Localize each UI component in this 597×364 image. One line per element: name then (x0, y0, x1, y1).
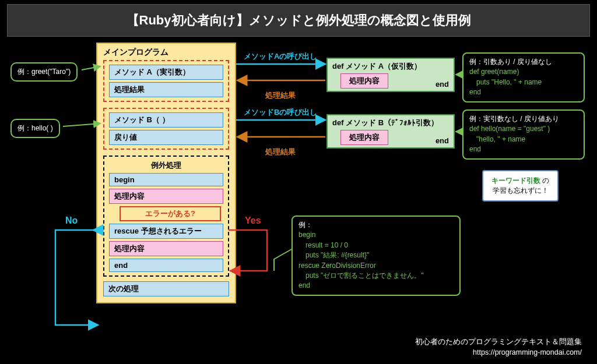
label-yes: Yes (245, 215, 261, 226)
rescue-line: rescue 予想されるエラー (109, 224, 223, 239)
method-a-result: 処理結果 (109, 82, 223, 97)
exception-block: 例外処理 begin 処理内容 エラーがある? rescue 予想されるエラー … (103, 156, 229, 277)
label-call-a: メソッドAの呼び出し (244, 51, 317, 62)
footer-l1: 初心者のためのプログラミングテキスト＆問題集 (415, 337, 582, 348)
exception-title: 例外処理 (109, 160, 223, 171)
callout-a-head: 例：引数あり / 戻り値なし (469, 57, 578, 67)
example-hello-bubble: 例：hello( ) (10, 119, 60, 138)
method-a-end: end (436, 80, 449, 89)
method-b-result: 戻り値 (109, 130, 223, 145)
callout-b-head: 例：実引数なし / 戻り値あり (469, 114, 578, 124)
main-program-block: メインプログラム メソッド A（実引数） 処理結果 メソッド B（ ） 戻り値 … (96, 43, 236, 303)
keyword-arg-l2: 学習も忘れずに！ (493, 186, 549, 195)
label-no: No (65, 215, 78, 226)
callout-rescue-l2: result = 10 / 0 (298, 241, 454, 250)
callout-b-l1: def hello(name = "guest" ) (469, 124, 578, 134)
callout-rescue-l4: rescue ZeroDivisionError (298, 261, 454, 271)
callout-rescue-l3: puts "結果: #{result}" (298, 250, 454, 260)
callout-b-l3: end (469, 144, 578, 154)
keyword-arg-kw: キーワード引数 (491, 176, 540, 185)
method-a-body: 処理内容 (340, 73, 388, 89)
method-b-end: end (436, 136, 449, 145)
callout-method-a: 例：引数あり / 戻り値なし def greet(name) puts "Hel… (462, 52, 585, 103)
callout-rescue-l6: end (298, 281, 454, 291)
keyword-arg-note: キーワード引数 の 学習も忘れずに！ (482, 170, 559, 202)
exception-begin: begin (109, 173, 223, 186)
main-program-title: メインプログラム (103, 47, 229, 58)
callout-method-b: 例：実引数なし / 戻り値あり def hello(name = "guest"… (462, 109, 585, 160)
callout-rescue: 例： begin result = 10 / 0 puts "結果: #{res… (292, 215, 461, 296)
method-b-signature: def メソッド B（ﾃﾞﾌｫﾙﾄ引数） (332, 118, 449, 128)
page-title: 【Ruby初心者向け】メソッドと例外処理の概念図と使用例 (7, 4, 590, 37)
footer-l2: https://programming-mondai.com/ (415, 347, 582, 358)
method-b-call-group: メソッド B（ ） 戻り値 (103, 108, 229, 150)
example-greet-bubble: 例：greet("Taro") (10, 62, 78, 82)
callout-a-l1: def greet(name) (469, 67, 578, 77)
callout-rescue-l5: puts "ゼロで割ることはできません。" (298, 271, 454, 281)
next-step: 次の処理 (103, 281, 229, 296)
exception-end: end (109, 259, 223, 272)
label-result-a: 処理結果 (265, 90, 296, 101)
method-b-definition: def メソッド B（ﾃﾞﾌｫﾙﾄ引数） 処理内容 end (326, 114, 455, 149)
callout-a-l2: puts "Hello, " + name (469, 77, 578, 87)
method-a-definition: def メソッド A（仮引数） 処理内容 end (326, 58, 455, 92)
callout-b-l2: "hello, " + name (469, 135, 578, 144)
method-b-call: メソッド B（ ） (109, 112, 223, 128)
callout-rescue-l1: begin (298, 230, 454, 240)
method-a-call: メソッド A（実引数） (109, 65, 223, 80)
callout-rescue-head: 例： (298, 220, 454, 230)
svg-line-1 (63, 123, 100, 126)
label-call-b: メソッドBの呼び出し (244, 107, 317, 118)
exception-body: 処理内容 (109, 189, 223, 204)
method-a-signature: def メソッド A（仮引数） (332, 61, 449, 72)
label-result-b: 処理結果 (265, 147, 296, 157)
method-a-call-group: メソッド A（実引数） 処理結果 (103, 60, 229, 102)
error-question: エラーがある? (120, 206, 221, 221)
rescue-body: 処理内容 (109, 241, 223, 256)
callout-a-l3: end (469, 87, 578, 97)
footer: 初心者のためのプログラミングテキスト＆問題集 https://programmi… (415, 337, 582, 359)
method-b-body: 処理内容 (340, 130, 388, 145)
keyword-arg-rest: の (540, 176, 549, 185)
